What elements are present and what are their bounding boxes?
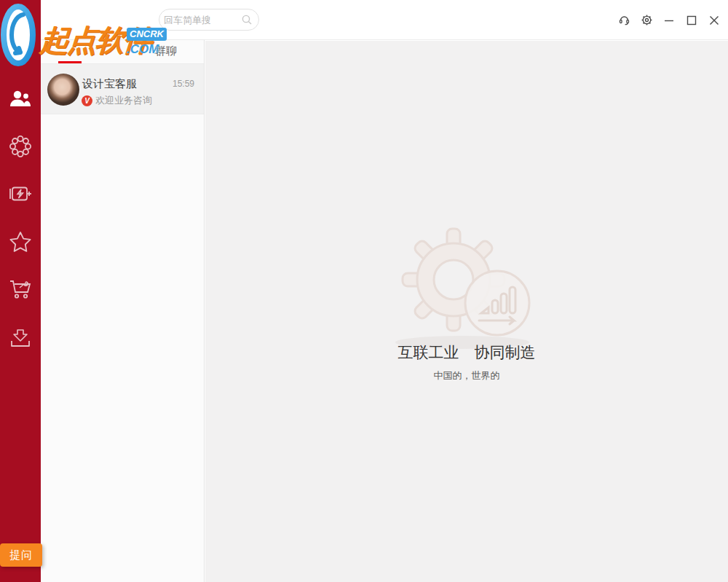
close-icon[interactable] <box>706 12 722 28</box>
industry-gear-illustration <box>372 223 561 354</box>
settings-gear-icon[interactable] <box>638 12 654 28</box>
contacts-icon[interactable] <box>0 84 41 114</box>
app-window: 提问 <box>0 0 728 582</box>
dial-icon[interactable] <box>0 132 41 161</box>
conversation-list-panel: 群聊 设计宝客服 15:59 V 欢迎业务咨询 <box>41 40 205 582</box>
download-icon[interactable] <box>0 323 41 353</box>
search-icon <box>241 14 253 25</box>
customer-service-icon[interactable] <box>616 12 632 28</box>
list-tabs: 群聊 <box>41 40 204 64</box>
chat-preview: 欢迎业务咨询 <box>95 94 152 107</box>
window-controls <box>616 0 722 40</box>
ask-question-button[interactable]: 提问 <box>0 543 42 567</box>
search-box[interactable] <box>159 9 259 31</box>
hidden-top-icon[interactable] <box>0 36 41 66</box>
battery-bolt-icon[interactable] <box>0 179 41 208</box>
main-subtitle: 中国的，世界的 <box>205 369 728 382</box>
main-area: 互联工业协同制造 中国的，世界的 <box>205 41 728 582</box>
chat-list-item[interactable]: 设计宝客服 15:59 V 欢迎业务咨询 <box>41 64 204 114</box>
minimize-icon[interactable] <box>661 12 677 28</box>
verified-badge: V <box>82 95 92 106</box>
top-bar <box>41 0 728 40</box>
maximize-icon[interactable] <box>684 12 700 28</box>
tab-messages[interactable] <box>58 40 82 63</box>
favorites-star-icon[interactable] <box>0 227 41 256</box>
tab-group-chat[interactable]: 群聊 <box>155 40 180 63</box>
chat-name: 设计宝客服 <box>82 77 137 91</box>
avatar <box>47 74 79 106</box>
active-tab-underline <box>58 61 82 63</box>
search-input[interactable] <box>164 15 241 25</box>
main-title: 互联工业协同制造 <box>205 342 728 363</box>
cart-tools-icon[interactable] <box>0 275 41 304</box>
chat-time: 15:59 <box>173 79 194 89</box>
sidebar: 提问 <box>0 0 41 582</box>
